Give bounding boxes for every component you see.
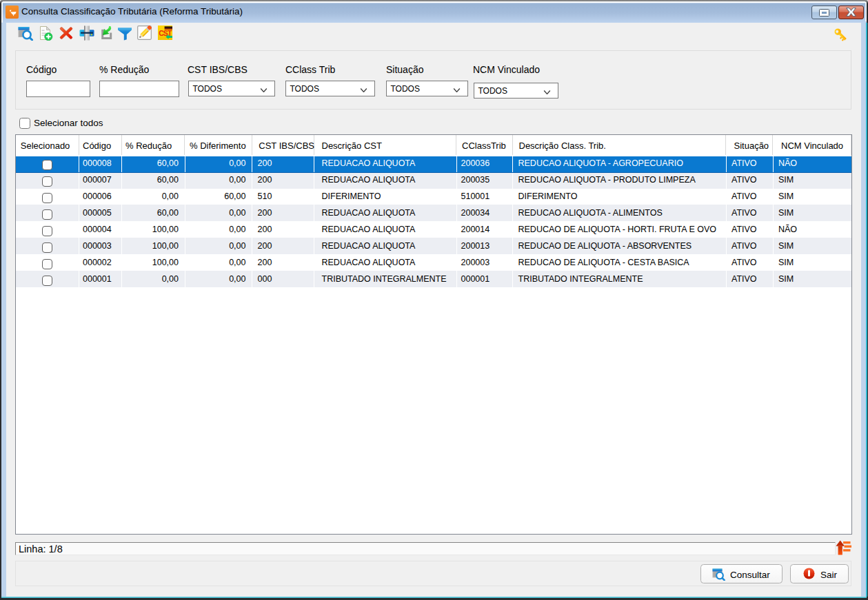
svg-text:CST: CST: [159, 29, 172, 37]
